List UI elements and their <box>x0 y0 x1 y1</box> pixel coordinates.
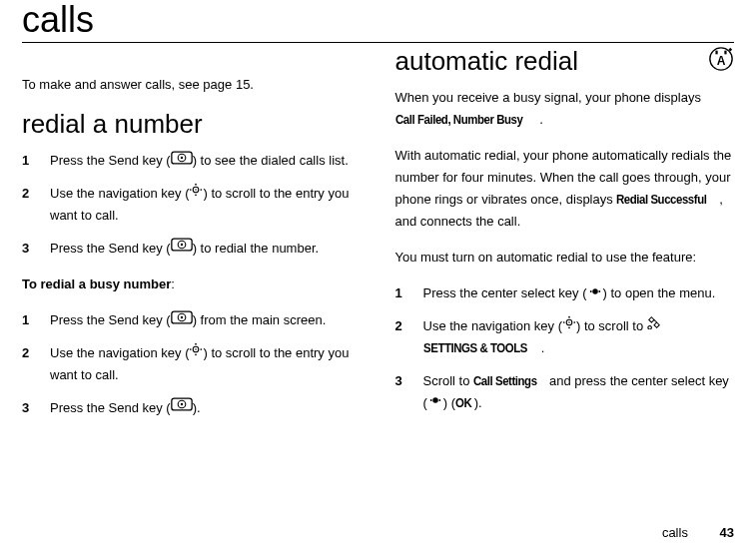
nav-key-icon <box>189 182 203 204</box>
send-key-icon <box>171 237 193 259</box>
step-text: Press the center select key () to open t… <box>423 282 735 305</box>
auto-p2: With automatic redial, your phone automa… <box>395 145 735 233</box>
step-number: 3 <box>22 238 50 261</box>
send-key-icon <box>171 396 193 418</box>
left-column: To make and answer calls, see page 15. r… <box>22 47 362 434</box>
busy-number-label: To redial a busy number: <box>22 273 362 295</box>
auto-steps: 1 Press the center select key () to open… <box>395 282 735 414</box>
heading-auto-redial: automatic redial <box>395 47 579 76</box>
step-number: 1 <box>22 309 50 332</box>
nav-key-icon <box>562 314 576 336</box>
step-text: Use the navigation key () to scroll to S… <box>423 315 735 360</box>
step-number: 1 <box>22 150 50 173</box>
center-key-icon <box>587 282 603 304</box>
auto-p1: When you receive a busy signal, your pho… <box>395 87 735 131</box>
center-key-icon <box>427 391 443 413</box>
intro-text: To make and answer calls, see page 15. <box>22 77 362 92</box>
step-number: 3 <box>395 370 423 415</box>
nav-key-icon <box>189 341 203 363</box>
page-footer: calls 43 <box>662 525 734 540</box>
step-text: Press the Send key (). <box>50 397 362 420</box>
step-number: 2 <box>395 315 423 360</box>
right-column: automatic redial When you receive a busy… <box>395 47 735 434</box>
step-text: Press the Send key () from the main scre… <box>50 309 362 332</box>
ui-string-ok: OK <box>455 392 471 414</box>
step-text: Scroll to Call Settings and press the ce… <box>423 370 735 415</box>
redial-steps: 1 Press the Send key () to see the diale… <box>22 150 362 260</box>
send-key-icon <box>171 309 193 331</box>
ui-string-call-failed: Call Failed, Number Busy <box>395 109 522 131</box>
step-number: 2 <box>22 183 50 228</box>
heading-redial: redial a number <box>22 110 362 139</box>
feature-badge-icon <box>708 46 734 76</box>
step-number: 2 <box>22 342 50 387</box>
send-key-icon <box>171 150 193 172</box>
step-number: 1 <box>395 282 423 305</box>
step-text: Press the Send key () to redial the numb… <box>50 238 362 261</box>
chapter-title: calls <box>22 0 734 43</box>
step-text: Use the navigation key () to scroll to t… <box>50 183 362 228</box>
step-text: Use the navigation key () to scroll to t… <box>50 342 362 387</box>
ui-string-settings-tools: SETTINGS & TOOLS <box>423 337 527 359</box>
ui-string-redial-successful: Redial Successful <box>616 189 706 211</box>
auto-p3: You must turn on automatic redial to use… <box>395 247 735 269</box>
step-text: Press the Send key () to see the dialed … <box>50 150 362 173</box>
step-number: 3 <box>22 397 50 420</box>
footer-section: calls <box>662 525 688 540</box>
tools-icon <box>647 314 661 336</box>
ui-string-call-settings: Call Settings <box>473 370 537 392</box>
page-number: 43 <box>720 525 734 540</box>
busy-steps: 1 Press the Send key () from the main sc… <box>22 309 362 419</box>
